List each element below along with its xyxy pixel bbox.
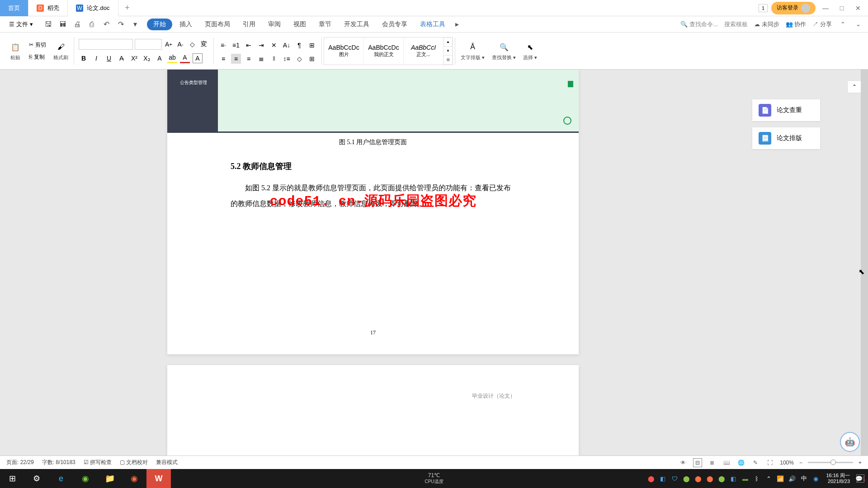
- tray-icon-4[interactable]: ⬤: [682, 474, 690, 483]
- font-name-input[interactable]: [79, 39, 133, 50]
- outline-view-icon[interactable]: ≣: [708, 458, 717, 467]
- reading-view-icon[interactable]: 📖: [722, 458, 731, 467]
- italic-button[interactable]: I: [91, 53, 101, 63]
- collapse-ribbon-icon[interactable]: ⌃: [838, 20, 847, 29]
- status-spellcheck[interactable]: ☑ 拼写检查: [84, 459, 112, 466]
- side-plagiarism-check[interactable]: 📄 论文查重: [752, 99, 820, 121]
- eye-icon[interactable]: 👁: [679, 458, 688, 467]
- increase-indent-button[interactable]: ⇥: [256, 40, 266, 50]
- dropdown-icon[interactable]: ▾: [131, 20, 140, 29]
- copy-button[interactable]: ⎘ 复制: [27, 52, 48, 62]
- superscript-button[interactable]: X²: [129, 53, 139, 63]
- bluetooth-icon[interactable]: ᛒ: [753, 474, 761, 483]
- menu-member[interactable]: 会员专享: [377, 18, 413, 31]
- increase-font-icon[interactable]: A+: [164, 39, 174, 49]
- volume-icon[interactable]: 🔊: [788, 474, 796, 483]
- share-button[interactable]: ↗ 分享: [812, 20, 832, 28]
- print-preview-icon[interactable]: ⎙: [87, 20, 96, 29]
- maximize-button[interactable]: □: [835, 2, 848, 14]
- task-obs[interactable]: ⚙: [24, 469, 49, 488]
- zoom-in-button[interactable]: +: [859, 460, 862, 466]
- zoom-level[interactable]: 100%: [780, 460, 794, 466]
- start-button[interactable]: ⊞: [0, 469, 24, 488]
- undo-icon[interactable]: ↶: [102, 20, 111, 29]
- task-browser[interactable]: ◉: [73, 469, 98, 488]
- cooperation-button[interactable]: 👥 协作: [786, 20, 807, 28]
- style-body[interactable]: AaBbCcDc 我的正文: [364, 38, 404, 65]
- notifications-icon[interactable]: 💬1: [856, 474, 864, 483]
- clear-format-icon[interactable]: ◇: [187, 39, 197, 49]
- cut-button[interactable]: ✂ 剪切: [27, 40, 48, 50]
- font-color-button[interactable]: A: [180, 53, 190, 63]
- page-view-icon[interactable]: ⊟: [693, 458, 702, 467]
- tab-home[interactable]: 首页: [0, 0, 28, 16]
- tray-icon-1[interactable]: ⬤: [647, 474, 655, 483]
- menu-dev-tools[interactable]: 开发工具: [339, 18, 375, 31]
- borders-button[interactable]: ⊞: [307, 54, 317, 64]
- tabs-button[interactable]: ⊞: [307, 40, 317, 50]
- distribute-button[interactable]: ⫴: [269, 54, 279, 64]
- tray-icon-7[interactable]: ⬤: [717, 474, 726, 483]
- notification-badge[interactable]: 1: [759, 4, 768, 12]
- web-view-icon[interactable]: 🌐: [736, 458, 745, 467]
- tray-icon-9[interactable]: ▬: [741, 474, 749, 483]
- fit-width-icon[interactable]: ⛶: [765, 458, 774, 467]
- close-button[interactable]: ✕: [852, 2, 864, 14]
- login-button[interactable]: 访客登录: [771, 2, 816, 14]
- print-icon[interactable]: 🖨: [73, 20, 82, 29]
- style-picture[interactable]: AaBbCcDc 图片: [324, 38, 364, 65]
- format-painter-icon[interactable]: 🖌: [55, 41, 67, 53]
- zoom-slider[interactable]: [808, 462, 853, 463]
- wifi-icon[interactable]: 📶: [776, 474, 784, 483]
- file-menu[interactable]: ☰ 文件 ▾: [5, 19, 37, 30]
- align-center-button[interactable]: ≡: [231, 54, 241, 64]
- tray-icon-3[interactable]: 🛡: [670, 474, 679, 483]
- assistant-bubble[interactable]: 🤖: [840, 432, 860, 452]
- clock[interactable]: 16:16 周一 2021/8/23: [823, 473, 853, 484]
- document-scroll[interactable]: 公告类型管理 图 5.1 用户信息管理页面 5.2 教师信息管理 如图 5.2 …: [0, 70, 746, 469]
- ime-icon[interactable]: 中: [800, 474, 808, 483]
- task-explorer[interactable]: 📁: [98, 469, 122, 488]
- menu-overflow-icon[interactable]: ▸: [453, 20, 462, 29]
- help-icon[interactable]: ⌄: [854, 20, 863, 29]
- task-app[interactable]: ◉: [122, 469, 146, 488]
- paste-icon[interactable]: 📋: [9, 41, 22, 53]
- char-border-button[interactable]: A: [193, 53, 203, 63]
- menu-insert[interactable]: 插入: [174, 18, 198, 31]
- menu-page-layout[interactable]: 页面布局: [199, 18, 236, 31]
- edit-mode-icon[interactable]: ✎: [751, 458, 760, 467]
- font-size-input[interactable]: [135, 39, 162, 50]
- style-normal[interactable]: AaBbCcI 正文...: [404, 38, 443, 65]
- text-effects-button[interactable]: A: [155, 53, 165, 63]
- asian-layout-button[interactable]: ✕: [269, 40, 279, 50]
- sync-status[interactable]: ☁ 未同步: [754, 20, 779, 28]
- align-left-button[interactable]: ≡: [218, 54, 228, 64]
- menu-view[interactable]: 视图: [288, 18, 311, 31]
- number-list-button[interactable]: ≡1: [231, 40, 241, 50]
- side-paper-layout[interactable]: 📃 论文排版: [752, 127, 820, 149]
- strikethrough-button[interactable]: A̶: [117, 53, 127, 63]
- line-spacing-button[interactable]: ↕≡: [282, 54, 292, 64]
- tab-document[interactable]: W 论文.doc: [68, 0, 118, 16]
- search-template[interactable]: 搜索模板: [724, 20, 748, 28]
- underline-button[interactable]: U: [104, 53, 114, 63]
- phonetic-icon[interactable]: 変: [199, 39, 209, 49]
- bold-button[interactable]: B: [79, 53, 89, 63]
- align-right-button[interactable]: ≡: [244, 54, 254, 64]
- find-replace-group[interactable]: 🔍 查找替换 ▾: [488, 33, 519, 69]
- task-ie[interactable]: e: [49, 469, 73, 488]
- tray-icon-5[interactable]: ⬤: [694, 474, 702, 483]
- scrollbar[interactable]: [861, 70, 868, 469]
- redo-icon[interactable]: ↷: [116, 20, 125, 29]
- menu-start[interactable]: 开始: [147, 19, 172, 30]
- style-up-icon[interactable]: ▲: [443, 38, 453, 47]
- show-marks-button[interactable]: ¶: [294, 40, 304, 50]
- menu-table-tools[interactable]: 表格工具: [415, 18, 451, 31]
- style-down-icon[interactable]: ▼: [443, 47, 453, 56]
- tray-app-icon[interactable]: ◉: [811, 474, 820, 483]
- task-wps[interactable]: W: [146, 469, 171, 488]
- select-group[interactable]: ⬉ 选择 ▾: [519, 33, 541, 69]
- tab-add-button[interactable]: +: [118, 3, 137, 13]
- shading-button[interactable]: ◇: [294, 54, 304, 64]
- menu-references[interactable]: 引用: [237, 18, 261, 31]
